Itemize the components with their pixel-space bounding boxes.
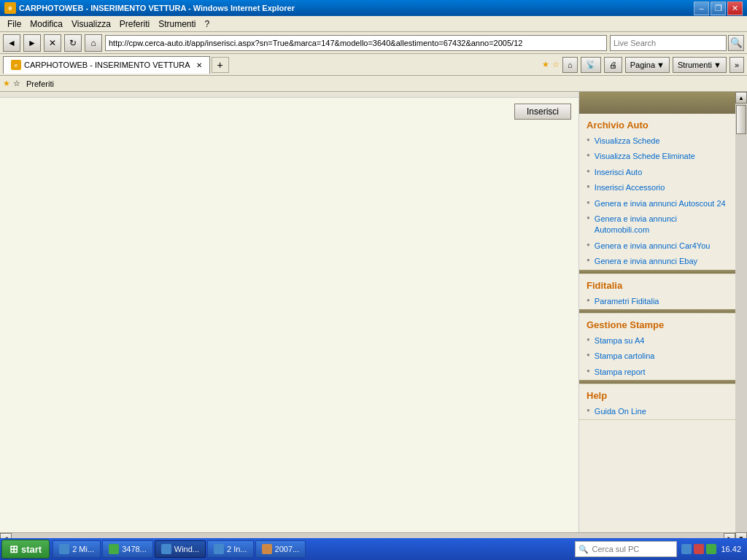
- bullet-icon: ●: [587, 336, 590, 343]
- list-item: ● Inserisci Auto: [579, 165, 735, 180]
- address-bar: ◄ ► ✕ ↻ ⌂ 🔍: [0, 32, 747, 54]
- minimize-button[interactable]: –: [694, 1, 709, 15]
- inserisci-button[interactable]: Inserisci: [514, 104, 571, 120]
- feeds-button[interactable]: 📡: [581, 57, 601, 73]
- add-favorite-icon[interactable]: ☆: [552, 60, 560, 69]
- pagina-chevron: ▼: [657, 61, 665, 69]
- menu-preferiti[interactable]: Preferiti: [115, 18, 154, 31]
- active-tab[interactable]: e CARPHOTOWEB - INSERIMENTO VETTURA ✕: [3, 56, 210, 74]
- link-automobili-com[interactable]: Genera e invia annunci Automobili.com: [595, 214, 728, 236]
- home-button[interactable]: ⌂: [85, 34, 102, 52]
- list-item: ● Stampa report: [579, 365, 735, 380]
- taskbar-item-0[interactable]: 2 Mi...: [53, 540, 101, 558]
- search-button[interactable]: 🔍: [728, 35, 744, 51]
- bullet-icon: ●: [587, 183, 590, 190]
- link-stampa-a4[interactable]: Stampa su A4: [595, 335, 645, 346]
- bullet-icon: ●: [587, 168, 590, 174]
- fav-add-icon[interactable]: ☆: [13, 79, 20, 88]
- title-bar-buttons: – ❐ ✕: [694, 1, 743, 15]
- taskbar-item-1[interactable]: 3478...: [102, 540, 153, 558]
- link-guida-online[interactable]: Guida On Line: [595, 406, 646, 417]
- page-area: Inserisci: [0, 92, 578, 544]
- menu-visualizza[interactable]: Visualizza: [67, 18, 115, 31]
- tab-label: CARPHOTOWEB - INSERIMENTO VETTURA: [24, 61, 190, 69]
- sidebar: Archivio Auto ● Visualizza Schede ● Visu…: [578, 92, 735, 544]
- taskbar-icon-4: [262, 544, 272, 554]
- bullet-icon: ●: [587, 136, 590, 143]
- toolbar-right: ★ ☆ ⌂ 📡 🖨 Pagina ▼ Strumenti ▼ »: [542, 57, 744, 73]
- list-item: ● Genera e invia annunci Autoscout 24: [579, 196, 735, 211]
- taskbar-item-3[interactable]: 2 In...: [207, 540, 254, 558]
- pagina-button[interactable]: Pagina ▼: [625, 57, 670, 73]
- taskbar-label-4: 2007...: [275, 545, 300, 553]
- tab-close-icon[interactable]: ✕: [196, 61, 202, 69]
- start-button[interactable]: ⊞ start: [1, 540, 50, 559]
- address-input[interactable]: [105, 35, 607, 51]
- strumenti-chevron: ▼: [713, 61, 721, 69]
- content-area: Inserisci Archivio Auto ● Visualizza Sch…: [0, 92, 747, 544]
- list-item: ● Inserisci Accessorio: [579, 180, 735, 195]
- link-stampa-report[interactable]: Stampa report: [595, 367, 646, 378]
- taskbar-search-container: 🔍: [575, 541, 677, 557]
- bullet-icon: ●: [587, 368, 590, 374]
- sidebar-section-gestione-stampe: Gestione Stampe ● Stampa su A4 ● Stampa …: [579, 314, 735, 384]
- link-inserisci-accessorio[interactable]: Inserisci Accessorio: [595, 182, 665, 193]
- taskbar-label-1: 3478...: [122, 545, 147, 553]
- search-input[interactable]: [610, 35, 727, 51]
- sidebar-section-fiditalia: Fiditalia ● Parametri Fiditalia: [579, 274, 735, 314]
- page-with-scrollbar: Inserisci Archivio Auto ● Visualizza Sch…: [0, 92, 747, 544]
- link-visualizza-schede[interactable]: Visualizza Schede: [595, 136, 660, 147]
- link-visualizza-schede-eliminate[interactable]: Visualizza Schede Eliminate: [595, 151, 695, 162]
- list-item: ● Visualizza Schede: [579, 133, 735, 149]
- menu-modifica[interactable]: Modifica: [26, 18, 67, 31]
- link-ebay[interactable]: Genera e invia annunci Ebay: [595, 256, 697, 267]
- taskbar-search-input[interactable]: [592, 545, 665, 553]
- menu-file[interactable]: File: [3, 18, 26, 31]
- print-button[interactable]: 🖨: [604, 57, 622, 73]
- vertical-scrollbar[interactable]: ▲ ▼: [735, 92, 747, 544]
- archivio-auto-title: Archivio Auto: [579, 114, 735, 133]
- link-inserisci-auto[interactable]: Inserisci Auto: [595, 167, 642, 178]
- menu-strumenti[interactable]: Strumenti: [154, 18, 200, 31]
- forward-button[interactable]: ►: [23, 34, 41, 52]
- help-title: Help: [579, 384, 735, 404]
- bullet-icon: ●: [587, 297, 590, 303]
- back-button[interactable]: ◄: [3, 34, 20, 52]
- taskbar-search-icon: 🔍: [578, 545, 589, 554]
- bullet-icon: ●: [587, 351, 590, 358]
- link-parametri-fiditalia[interactable]: Parametri Fiditalia: [595, 296, 659, 307]
- refresh-button[interactable]: ↻: [64, 34, 82, 52]
- taskbar-item-2[interactable]: Wind...: [155, 540, 206, 558]
- list-item: ● Guida On Line: [579, 404, 735, 419]
- favorites-label[interactable]: Preferiti: [26, 79, 54, 88]
- link-autoscout24[interactable]: Genera e invia annunci Autoscout 24: [595, 198, 726, 209]
- link-stampa-cartolina[interactable]: Stampa cartolina: [595, 351, 655, 362]
- favorites-star-icon: ★: [542, 60, 549, 69]
- taskbar-icon-3: [214, 544, 224, 554]
- title-bar: e CARPHOTOWEB - INSERIMENTO VETTURA - Wi…: [0, 0, 747, 16]
- list-item: ● Visualizza Schede Eliminate: [579, 149, 735, 164]
- new-tab-button[interactable]: +: [212, 57, 229, 73]
- taskbar-label-0: 2 Mi...: [72, 545, 94, 553]
- taskbar-item-4[interactable]: 2007...: [255, 540, 306, 558]
- clock: 16.42: [721, 545, 741, 553]
- title-bar-left: e CARPHOTOWEB - INSERIMENTO VETTURA - Wi…: [4, 2, 295, 14]
- home-toolbar-button[interactable]: ⌂: [562, 57, 578, 73]
- scroll-up-arrow[interactable]: ▲: [735, 92, 747, 104]
- restore-button[interactable]: ❐: [711, 1, 726, 15]
- expand-toolbar-button[interactable]: »: [729, 57, 744, 73]
- section-divider: [579, 270, 735, 273]
- bullet-icon: ●: [587, 214, 590, 221]
- link-car4you[interactable]: Genera e invia annunci Car4You: [595, 241, 711, 252]
- taskbar: ⊞ start 2 Mi... 3478... Wind... 2 In... …: [0, 538, 747, 560]
- strumenti-button[interactable]: Strumenti ▼: [673, 57, 727, 73]
- ie-window: e CARPHOTOWEB - INSERIMENTO VETTURA - Wi…: [0, 0, 747, 560]
- favorites-bar: ★ ☆ Preferiti: [0, 76, 747, 92]
- section-divider: [579, 380, 735, 384]
- bullet-icon: ●: [587, 152, 590, 158]
- stop-button[interactable]: ✕: [44, 34, 61, 52]
- close-button[interactable]: ✕: [727, 1, 743, 15]
- menu-help[interactable]: ?: [201, 18, 214, 31]
- scroll-thumb[interactable]: [736, 105, 746, 134]
- taskbar-right: 🔍 16.42: [570, 541, 746, 557]
